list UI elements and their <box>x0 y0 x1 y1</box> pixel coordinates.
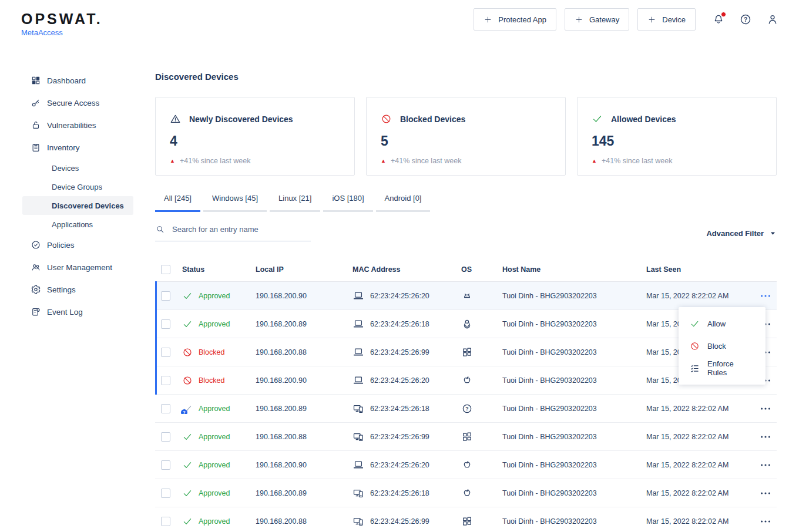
last-seen: Mar 15, 2022 8:22:02 AM <box>640 517 740 526</box>
row-checkbox[interactable] <box>161 460 170 470</box>
menu-item-enforce-rules[interactable]: Enforce Rules <box>679 357 766 379</box>
block-icon <box>690 341 700 351</box>
sidebar-subitem-label: Applications <box>52 220 93 229</box>
row-checkbox[interactable] <box>161 348 170 357</box>
host-name: Tuoi Dinh - BHG2903202203 <box>496 292 640 300</box>
row-checkbox[interactable] <box>161 376 170 385</box>
block-icon <box>182 347 193 358</box>
mac-address: 62:23:24:25:26:20 <box>370 292 429 300</box>
row-checkbox[interactable] <box>161 404 170 413</box>
page-title: Discovered Devices <box>155 72 239 82</box>
table-row[interactable]: Approved190.168.200.9062:23:24:25:26:20T… <box>155 282 777 310</box>
laptop-icon <box>352 375 364 386</box>
plus-icon <box>647 15 656 24</box>
stat-card-allowed-devices: Allowed Devices145▲+41% since last week <box>577 97 777 176</box>
plus-icon <box>575 15 583 24</box>
sidebar-item-label: Inventory <box>47 143 80 152</box>
table-row[interactable]: ?Approved190.168.200.8962:23:24:25:26:18… <box>155 395 777 423</box>
add-device-button[interactable]: Device <box>637 8 696 31</box>
add-gateway-button[interactable]: Gateway <box>565 8 629 31</box>
local-ip: 190.168.200.88 <box>250 348 347 356</box>
last-seen: Mar 15, 2022 8:22:02 AM <box>640 292 740 300</box>
rules-icon <box>690 363 700 373</box>
row-checkbox[interactable] <box>161 489 170 498</box>
linux-icon <box>461 318 473 330</box>
notification-badge <box>721 12 726 17</box>
mac-address: 62:23:24:25:26:18 <box>370 320 429 328</box>
sidebar-item-label: Secure Access <box>47 99 99 107</box>
button-label: Protected App <box>498 15 546 24</box>
check-icon <box>182 319 193 329</box>
column-header-host-name: Host Name <box>496 265 640 274</box>
main-content: Discovered Devices Newly Discovered Devi… <box>155 53 799 532</box>
sidebar-item-dashboard[interactable]: Dashboard <box>0 69 155 92</box>
row-actions-button[interactable] <box>759 430 772 443</box>
table-row[interactable]: Approved190.168.200.8962:23:24:25:26:18T… <box>155 479 777 507</box>
row-actions-button[interactable] <box>759 515 772 528</box>
block-icon <box>381 113 392 124</box>
column-header-local-ip: Local IP <box>250 265 347 274</box>
table-row[interactable]: Approved190.168.200.8862:23:24:25:26:99T… <box>155 423 777 451</box>
svg-text:?: ? <box>744 16 747 23</box>
mac-address: 62:23:24:25:26:18 <box>370 405 429 413</box>
tab-ios-180[interactable]: iOS [180] <box>323 190 372 212</box>
notifications-bell-button[interactable] <box>712 13 725 26</box>
row-context-menu: AllowBlockEnforce Rules <box>679 307 766 385</box>
stat-card-title: Newly Discovered Devices <box>189 115 293 124</box>
sidebar-subitem-device-groups[interactable]: Device Groups <box>22 177 133 196</box>
tab-android-0[interactable]: Android [0] <box>376 190 431 212</box>
host-name: Tuoi Dinh - BHG2903202203 <box>496 320 640 328</box>
sidebar-nav: DashboardSecure AccessVulnerabilitiesInv… <box>0 53 155 532</box>
check-icon <box>182 460 193 470</box>
sidebar-item-label: Policies <box>47 241 75 250</box>
brand-logo: OPSWAT. MetaAccess <box>21 11 103 37</box>
sidebar-subitem-discovered-devices[interactable]: Discovered Devices <box>22 196 133 215</box>
row-actions-button[interactable] <box>759 459 772 472</box>
sidebar-item-policies[interactable]: Policies <box>0 234 155 256</box>
menu-item-label: Block <box>707 342 726 351</box>
status-label: Approved <box>199 320 230 328</box>
menu-item-block[interactable]: Block <box>679 335 766 357</box>
sidebar-subitem-devices[interactable]: Devices <box>22 159 133 177</box>
sidebar-item-label: Event Log <box>47 308 83 316</box>
tab-all-245[interactable]: All [245] <box>155 190 200 212</box>
account-button[interactable] <box>766 13 779 26</box>
host-name: Tuoi Dinh - BHG2903202203 <box>496 348 640 356</box>
sidebar-subitem-applications[interactable]: Applications <box>22 215 133 234</box>
select-all-checkbox[interactable] <box>161 265 170 274</box>
advanced-filter-button[interactable]: Advanced Filter <box>706 229 777 238</box>
menu-item-allow[interactable]: Allow <box>679 312 766 335</box>
sidebar-item-user-management[interactable]: User Management <box>0 256 155 278</box>
help-button[interactable]: ? <box>739 13 752 26</box>
add-protected-app-button[interactable]: Protected App <box>474 8 556 31</box>
sidebar-item-inventory[interactable]: Inventory <box>0 136 155 159</box>
table-row[interactable]: Approved190.168.200.8862:23:24:25:26:99T… <box>155 507 777 532</box>
tab-linux-21[interactable]: Linux [21] <box>270 190 320 212</box>
sidebar-item-secure-access[interactable]: Secure Access <box>0 92 155 114</box>
sidebar-item-settings[interactable]: Settings <box>0 278 155 301</box>
host-name: Tuoi Dinh - BHG2903202203 <box>496 517 640 526</box>
desktop-mobile-icon <box>352 487 364 499</box>
stat-card-value: 145 <box>592 133 762 149</box>
row-checkbox[interactable] <box>161 432 170 442</box>
advanced-filter-label: Advanced Filter <box>706 229 764 238</box>
table-row[interactable]: Approved190.168.200.9062:23:24:25:26:20T… <box>155 451 777 479</box>
mac-address: 62:23:24:25:26:99 <box>370 517 429 526</box>
row-actions-button[interactable] <box>759 289 772 302</box>
tab-windows-45[interactable]: Windows [45] <box>203 190 267 212</box>
row-checkbox[interactable] <box>161 517 170 526</box>
button-label: Device <box>662 15 686 24</box>
row-checkbox[interactable] <box>161 319 170 329</box>
local-ip: 190.168.200.89 <box>250 320 347 328</box>
row-actions-button[interactable] <box>759 487 772 500</box>
mac-address: 62:23:24:25:26:99 <box>370 348 429 356</box>
apple-icon <box>461 459 473 471</box>
row-checkbox[interactable] <box>161 291 170 301</box>
sidebar-item-vulnerabilities[interactable]: Vulnerabilities <box>0 114 155 136</box>
search-input[interactable] <box>172 225 311 234</box>
sidebar-item-event-log[interactable]: Event Log <box>0 301 155 323</box>
stat-card-value: 5 <box>381 133 551 149</box>
row-actions-button[interactable] <box>759 402 772 415</box>
stat-card-trend: +41% since last week <box>180 157 251 165</box>
search-box[interactable] <box>155 224 311 241</box>
